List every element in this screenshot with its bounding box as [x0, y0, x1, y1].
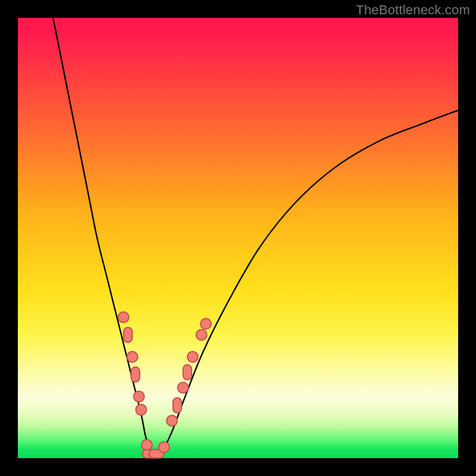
- plot-area: [18, 18, 458, 458]
- data-marker: [118, 312, 129, 322]
- marker-layer: [118, 312, 211, 458]
- data-marker: [173, 398, 181, 413]
- data-marker: [136, 405, 146, 415]
- data-marker: [196, 330, 207, 340]
- data-marker: [124, 327, 132, 342]
- chart-frame: TheBottleneck.com: [0, 0, 476, 476]
- data-marker: [183, 365, 192, 380]
- data-marker: [187, 352, 198, 362]
- data-marker: [201, 318, 211, 329]
- data-marker: [167, 415, 177, 426]
- watermark-text: TheBottleneck.com: [356, 2, 470, 18]
- data-marker: [159, 442, 170, 453]
- data-marker: [127, 352, 137, 362]
- data-marker: [134, 391, 145, 402]
- data-marker: [178, 383, 189, 393]
- bottleneck-curve: [53, 18, 458, 455]
- chart-svg: [18, 18, 458, 458]
- data-marker: [131, 367, 139, 382]
- data-marker: [142, 440, 152, 450]
